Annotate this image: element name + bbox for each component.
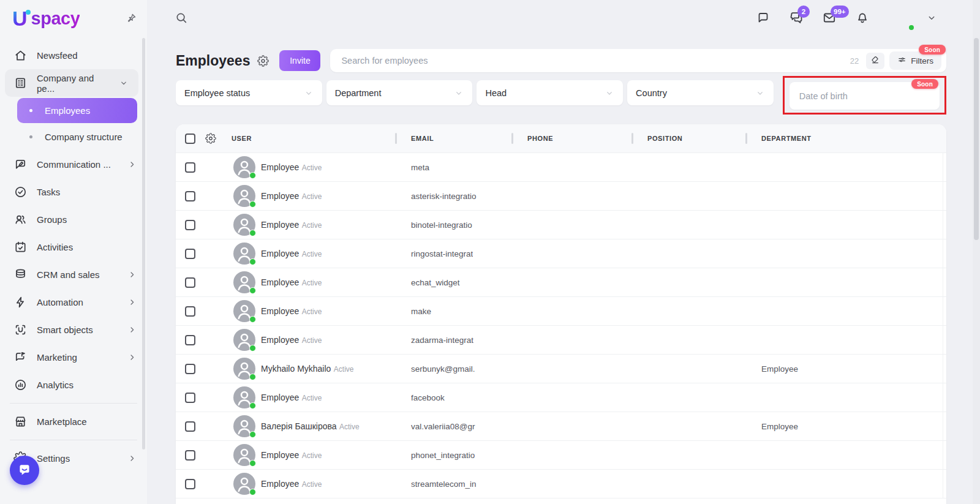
employee-name[interactable]: Employee [261, 479, 299, 489]
page-settings-gear-icon[interactable] [257, 55, 269, 67]
column-header-user[interactable]: USER [228, 124, 395, 152]
messenger-badge: 2 [797, 6, 810, 18]
column-divider [943, 268, 946, 296]
sidebar-item-company-and-pe[interactable]: Company and pe... [5, 69, 138, 97]
employee-email[interactable]: phonet_integratio [411, 451, 475, 460]
sidebar-item-analytics[interactable]: Analytics [0, 371, 147, 399]
employee-name[interactable]: Employee [261, 191, 299, 201]
row-checkbox[interactable] [185, 220, 195, 230]
employee-name[interactable]: Employee [261, 162, 299, 172]
page-scrollbar[interactable] [973, 0, 980, 504]
filter-select-head[interactable]: Head [477, 80, 623, 105]
table-row: Employee Active streamtelecom_in [176, 470, 946, 498]
employee-phone [511, 326, 631, 354]
employee-phone [511, 412, 631, 440]
sidebar-subitem-label: Employees [45, 105, 90, 116]
employee-email[interactable]: streamtelecom_in [411, 480, 477, 489]
online-status-dot [908, 24, 915, 31]
sidebar-item-marketing[interactable]: Marketing [0, 344, 147, 371]
employee-name[interactable]: Employee [261, 249, 299, 258]
avatar [233, 243, 255, 265]
sidebar-item-crm-and-sales[interactable]: CRM and sales [0, 261, 147, 288]
employee-status: Active [302, 192, 322, 201]
search-icon[interactable] [175, 11, 188, 24]
sidebar-scrollbar[interactable] [142, 38, 145, 449]
employee-search-input[interactable] [340, 55, 842, 66]
employee-phone [511, 239, 631, 268]
employee-name[interactable]: Employee [261, 450, 299, 460]
date-of-birth-input[interactable] [798, 91, 931, 102]
employee-name[interactable]: Employee [261, 220, 299, 230]
sidebar-item-tasks[interactable]: Tasks [0, 178, 147, 206]
row-checkbox[interactable] [185, 364, 195, 374]
table-row: Employee Active zadarma-integrat [176, 326, 946, 355]
messenger-icon[interactable]: 2 [789, 10, 804, 25]
uspacy-logo[interactable]: Uspacy [12, 8, 80, 29]
sidebar-item-groups[interactable]: Groups [0, 206, 147, 233]
employee-name[interactable]: Mykhailo Mykhailo [261, 364, 331, 374]
row-checkbox[interactable] [185, 306, 195, 317]
chevron-down-icon [605, 88, 614, 98]
employee-phone [511, 470, 631, 498]
tasks-icon [13, 185, 28, 199]
employee-phone [511, 153, 631, 181]
row-checkbox[interactable] [185, 393, 195, 403]
employee-search-bar: 22 Filters Soon [330, 49, 946, 72]
table-settings-gear-icon[interactable] [205, 133, 216, 144]
row-checkbox[interactable] [185, 191, 195, 201]
employee-email[interactable]: asterisk-integratio [411, 192, 477, 201]
employee-email[interactable]: echat_widget [411, 278, 460, 287]
row-checkbox[interactable] [185, 479, 195, 489]
employee-email[interactable]: zadarma-integrat [411, 336, 473, 345]
chat-widget-button[interactable] [10, 456, 39, 485]
employee-name[interactable]: Employee [261, 393, 299, 402]
employee-email[interactable]: serbunyk@gmail. [411, 364, 475, 374]
employee-email[interactable]: val.valeriia08@gr [411, 422, 475, 431]
row-checkbox[interactable] [185, 421, 195, 432]
sidebar-item-communication[interactable]: Communication ... [0, 151, 147, 178]
employee-phone [511, 211, 631, 239]
filter-select-country[interactable]: Country [627, 80, 774, 105]
sidebar-item-automation[interactable]: Automation [0, 288, 147, 316]
mail-icon[interactable]: 99+ [822, 10, 837, 25]
row-checkbox[interactable] [185, 335, 195, 345]
online-status-dot [249, 402, 256, 409]
user-avatar[interactable] [888, 4, 915, 31]
pin-sidebar-icon[interactable] [125, 12, 137, 24]
row-checkbox[interactable] [185, 249, 195, 259]
employee-email[interactable]: facebook [411, 393, 445, 402]
column-header-department[interactable]: DEPARTMENT [745, 124, 943, 152]
employee-name[interactable]: Employee [261, 306, 299, 316]
row-checkbox[interactable] [185, 162, 195, 173]
sidebar-item-smart-objects[interactable]: Smart objects [0, 316, 147, 344]
scrollbar-thumb[interactable] [974, 38, 979, 240]
row-checkbox[interactable] [185, 450, 195, 461]
sidebar-item-label: Newsfeed [37, 50, 78, 61]
employee-email[interactable]: binotel-integratio [411, 220, 472, 230]
employee-name[interactable]: Employee [261, 335, 299, 345]
sidebar-item-company-structure[interactable]: Company structure [17, 124, 137, 149]
notifications-bell-icon[interactable] [855, 10, 870, 25]
select-all-checkbox[interactable] [185, 134, 195, 144]
clear-search-button[interactable] [866, 53, 884, 69]
chevron-down-icon[interactable] [926, 12, 937, 23]
employee-name[interactable]: Employee [261, 277, 299, 287]
filters-button[interactable]: Filters Soon [889, 51, 941, 70]
sidebar-item-employees[interactable]: Employees [17, 98, 137, 123]
chat-icon[interactable] [756, 10, 771, 25]
column-header-phone[interactable]: PHONE [511, 124, 631, 152]
employee-email[interactable]: make [411, 307, 431, 316]
filter-select-employee-status[interactable]: Employee status [176, 80, 322, 105]
row-checkbox[interactable] [185, 277, 195, 288]
employee-email[interactable]: meta [411, 163, 429, 172]
column-header-position[interactable]: POSITION [631, 124, 745, 152]
sidebar-item-newsfeed[interactable]: Newsfeed [0, 42, 147, 69]
invite-button[interactable]: Invite [279, 50, 320, 71]
column-header-email[interactable]: EMAIL [395, 124, 511, 152]
sidebar-item-marketplace[interactable]: Marketplace [0, 408, 147, 435]
mail-badge: 99+ [831, 6, 849, 18]
filter-select-department[interactable]: Department [326, 80, 473, 105]
employee-name[interactable]: Валерія Башкірова [261, 421, 337, 431]
sidebar-item-activities[interactable]: Activities [0, 233, 147, 261]
employee-email[interactable]: ringostat-integrat [411, 249, 473, 258]
